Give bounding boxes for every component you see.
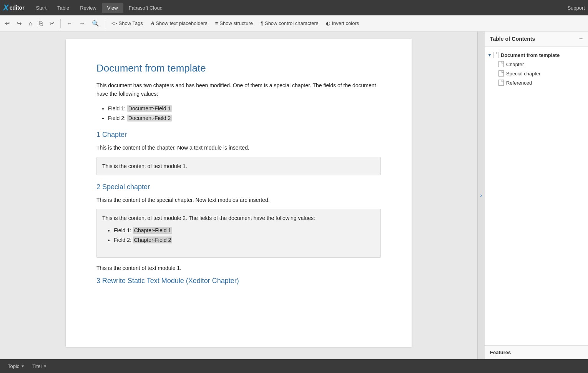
- redo-icon: ↪: [17, 20, 22, 27]
- show-structure-button[interactable]: ≡ Show structure: [212, 18, 256, 28]
- menu-view[interactable]: View: [102, 3, 123, 13]
- forward-icon: →: [79, 20, 85, 27]
- invert-colors-icon: ◐: [326, 20, 330, 26]
- menu-bar: X editor Start Table Review View Fabasof…: [0, 0, 588, 15]
- show-tags-button[interactable]: <> Show Tags: [108, 18, 146, 28]
- list-item: Field 1: Chapter-Field 1: [114, 226, 375, 235]
- chapter2-content: This is the content of the special chapt…: [96, 196, 381, 204]
- show-control-characters-button[interactable]: ¶ Show control characters: [257, 18, 321, 28]
- redo-button[interactable]: ↪: [14, 18, 25, 29]
- home-icon: ⌂: [29, 20, 32, 27]
- back-icon: ←: [66, 20, 72, 27]
- list-item: Field 1: Document-Field 1: [108, 104, 381, 113]
- logo-editor: editor: [10, 5, 25, 11]
- sidebar-features: Features: [485, 345, 588, 359]
- toc-item-label-referenced: Referenced: [506, 80, 532, 86]
- toolbar-divider-1: [60, 19, 61, 28]
- toc-title: Table of Contents: [490, 36, 535, 42]
- sidebar-toggle[interactable]: ›: [477, 32, 484, 359]
- toc-item-chapter[interactable]: Chapter: [485, 60, 588, 69]
- field2-label: Field 2:: [108, 115, 126, 121]
- undo-icon: ↩: [5, 20, 10, 27]
- text-module-2-intro: This is the content of text module 2. Th…: [102, 214, 375, 222]
- invert-colors-label: Invert colors: [332, 20, 359, 26]
- app-logo: X editor: [3, 3, 25, 13]
- text-module-1-text: This is the content of text module 1.: [102, 163, 187, 169]
- copy-icon: ⎘: [39, 20, 43, 27]
- toc-item-label-chapter: Chapter: [506, 62, 524, 67]
- show-structure-label: Show structure: [219, 20, 253, 26]
- toc-doc-icon-chapter: [498, 61, 504, 67]
- field2-value: Document-Field 2: [127, 115, 172, 122]
- sidebar: Table of Contents − ▾ Document from temp…: [484, 32, 588, 359]
- doc-intro: This document has two chapters and has b…: [96, 81, 381, 98]
- search-icon: 🔍: [92, 20, 99, 27]
- forward-button[interactable]: →: [76, 18, 88, 28]
- text-module-2: This is the content of text module 2. Th…: [96, 209, 381, 258]
- field1-value: Document-Field 1: [127, 105, 172, 112]
- ch-field2-label: Field 2:: [114, 237, 131, 243]
- features-label: Features: [490, 350, 511, 355]
- show-control-characters-label: Show control characters: [265, 20, 318, 26]
- toc-item-special-chapter[interactable]: Special chapter: [485, 69, 588, 78]
- toc-tree: ▾ Document from template Chapter Special…: [485, 47, 588, 345]
- menu-table[interactable]: Table: [52, 3, 75, 13]
- status-titel-label: Titel: [32, 363, 42, 369]
- copy-button[interactable]: ⎘: [37, 18, 45, 28]
- doc-area[interactable]: Document from template This document has…: [0, 32, 477, 359]
- menu-review[interactable]: Review: [75, 3, 102, 13]
- show-text-placeholders-icon: A: [151, 20, 154, 26]
- status-bar: Topic ▼ Titel ▼: [0, 359, 588, 373]
- toc-chevron-icon: ▾: [488, 53, 491, 58]
- back-button[interactable]: ←: [64, 18, 75, 28]
- doc-fields-list: Field 1: Document-Field 1 Field 2: Docum…: [108, 104, 381, 123]
- toc-doc-icon-main: [493, 52, 498, 58]
- chapter3-title: 3 Rewrite Static Text Module (Xeditor Ch…: [96, 277, 381, 285]
- sidebar-header: Table of Contents −: [485, 32, 588, 47]
- text-module-1: This is the content of text module 1.: [96, 157, 381, 175]
- sidebar-close-button[interactable]: −: [579, 35, 583, 42]
- toc-doc-icon-special: [498, 70, 504, 77]
- show-control-characters-icon: ¶: [261, 20, 263, 26]
- menu-start[interactable]: Start: [31, 3, 52, 13]
- show-text-placeholders-button[interactable]: A Show text placeholders: [148, 18, 211, 28]
- menu-fabasoft[interactable]: Fabasoft Cloud: [123, 3, 168, 13]
- list-item: Field 2: Document-Field 2: [108, 113, 381, 123]
- show-text-placeholders-label: Show text placeholders: [156, 20, 207, 26]
- toc-item-label-document: Document from template: [501, 52, 560, 58]
- toc-item-document[interactable]: ▾ Document from template: [485, 50, 588, 60]
- show-tags-label: Show Tags: [119, 20, 143, 26]
- toc-doc-icon-referenced: [498, 80, 504, 86]
- main-area: Document from template This document has…: [0, 32, 588, 359]
- toolbar: ↩ ↪ ⌂ ⎘ ✂ ← → 🔍 <> Show Tags A Show text…: [0, 15, 588, 32]
- toc-item-referenced[interactable]: Referenced: [485, 78, 588, 87]
- doc-page: Document from template This document has…: [66, 39, 412, 347]
- status-topic[interactable]: Topic ▼: [4, 362, 28, 371]
- text-module-1-second: This is the content of text module 1.: [96, 264, 381, 272]
- doc-title: Document from template: [96, 62, 381, 74]
- cut-icon: ✂: [50, 20, 55, 27]
- ch-field2-value: Chapter-Field 2: [133, 236, 173, 243]
- logo-x: X: [3, 3, 9, 13]
- status-topic-label: Topic: [8, 363, 19, 369]
- invert-colors-button[interactable]: ◐ Invert colors: [323, 18, 362, 28]
- undo-button[interactable]: ↩: [2, 18, 13, 29]
- search-button[interactable]: 🔍: [89, 18, 102, 29]
- toc-item-label-special: Special chapter: [506, 71, 541, 77]
- show-structure-icon: ≡: [215, 20, 218, 26]
- status-titel[interactable]: Titel ▼: [28, 362, 51, 371]
- cut-button[interactable]: ✂: [47, 18, 57, 29]
- toolbar-divider-2: [105, 19, 105, 28]
- support-link[interactable]: Support: [567, 5, 585, 11]
- sidebar-toggle-arrow-icon: ›: [480, 192, 482, 198]
- chapter1-content: This is the content of the chapter. Now …: [96, 143, 381, 152]
- status-titel-arrow-icon: ▼: [43, 364, 47, 368]
- status-topic-arrow-icon: ▼: [21, 364, 25, 368]
- ch-field1-label: Field 1:: [114, 227, 131, 233]
- chapter1-title: 1 Chapter: [96, 131, 381, 139]
- ch-field1-value: Chapter-Field 1: [133, 227, 173, 234]
- list-item: Field 2: Chapter-Field 2: [114, 235, 375, 245]
- field1-label: Field 1:: [108, 105, 126, 112]
- home-button[interactable]: ⌂: [26, 18, 35, 28]
- chapter2-title: 2 Special chapter: [96, 183, 381, 191]
